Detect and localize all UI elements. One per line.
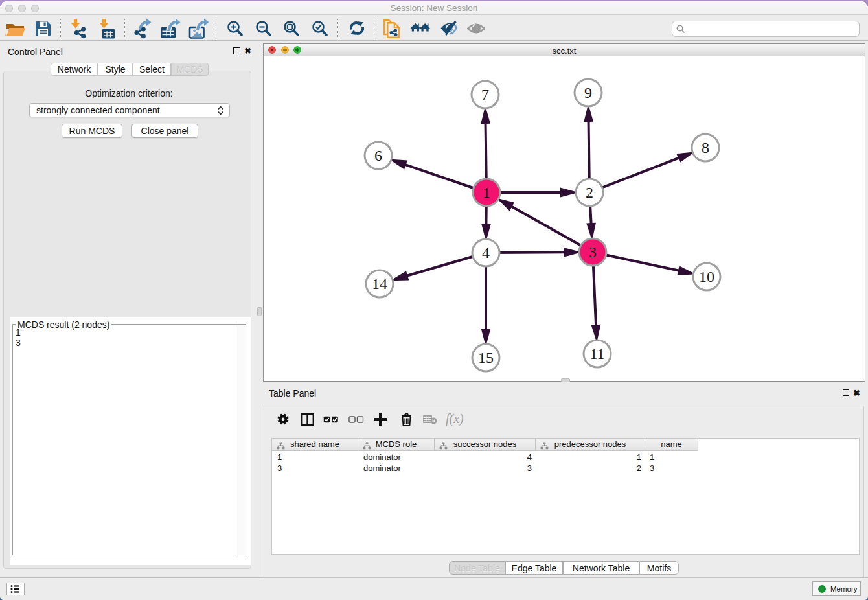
svg-text:14: 14 bbox=[372, 275, 387, 292]
svg-text:3: 3 bbox=[589, 244, 597, 260]
svg-text:4: 4 bbox=[482, 244, 490, 261]
svg-text:10: 10 bbox=[699, 268, 714, 285]
svg-text:15: 15 bbox=[478, 349, 494, 366]
svg-text:9: 9 bbox=[584, 84, 592, 101]
svg-text:8: 8 bbox=[702, 139, 709, 156]
svg-text:11: 11 bbox=[589, 345, 604, 362]
svg-text:6: 6 bbox=[374, 147, 382, 164]
svg-text:1: 1 bbox=[483, 184, 490, 201]
svg-text:2: 2 bbox=[586, 184, 593, 201]
svg-text:7: 7 bbox=[481, 86, 489, 103]
